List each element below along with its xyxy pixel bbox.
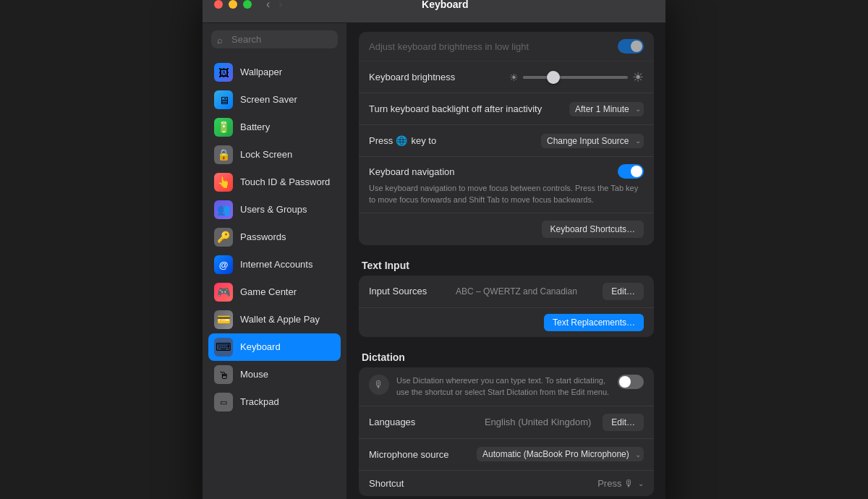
- languages-value: English (United Kingdom): [485, 417, 591, 427]
- battery-icon: 🔋: [214, 118, 233, 137]
- forward-button[interactable]: ›: [276, 0, 285, 12]
- sidebar-item-label: Wallet & Apple Pay: [240, 314, 320, 326]
- shortcuts-row: Keyboard Shortcuts…: [359, 213, 654, 245]
- keyboard-nav-row: Keyboard navigation Use keyboard navigat…: [359, 157, 654, 213]
- search-icon: ⌕: [217, 34, 223, 45]
- sidebar-items-list: 🖼 Wallpaper 🖥 Screen Saver 🔋 Battery 🔒 L…: [203, 56, 346, 419]
- backlight-row: Turn keyboard backlight off after inacti…: [359, 93, 654, 125]
- brightness-low-icon: ☀: [509, 72, 519, 83]
- search-wrapper: ⌕: [211, 30, 338, 48]
- mic-source-select[interactable]: Automatic (MacBook Pro Microphone): [477, 447, 644, 461]
- adjust-brightness-row: Adjust keyboard brightness in low light: [359, 32, 654, 61]
- usersgroups-icon: 👥: [214, 200, 233, 219]
- adjust-brightness-label: Adjust keyboard brightness in low light: [369, 41, 618, 52]
- sidebar-item-lockscreen[interactable]: 🔒 Lock Screen: [208, 141, 341, 169]
- sidebar-item-label: Trackpad: [240, 396, 279, 409]
- mouse-icon: 🖱: [214, 365, 233, 384]
- brightness-slider[interactable]: [523, 76, 628, 79]
- traffic-lights: [214, 0, 252, 9]
- sidebar-item-label: Screen Saver: [240, 94, 297, 106]
- touchid-icon: 👆: [214, 173, 233, 192]
- nav-buttons: ‹ ›: [263, 0, 286, 12]
- keyboard-icon: ⌨: [214, 338, 233, 357]
- brightness-slider-container: ☀ ☀: [509, 69, 644, 85]
- shortcut-value: Press 🎙: [597, 478, 634, 489]
- search-input[interactable]: [211, 30, 338, 48]
- text-replacements-row: Text Replacements…: [359, 308, 654, 337]
- search-container: ⌕: [203, 23, 346, 56]
- sidebar-item-label: Users & Groups: [240, 204, 307, 216]
- sidebar-item-label: Internet Accounts: [240, 259, 312, 271]
- globe-key-select-wrapper: Change Input Source ⌄: [541, 134, 644, 148]
- sidebar-item-gamecenter[interactable]: 🎮 Game Center: [208, 278, 341, 306]
- input-sources-row: Input Sources ABC – QWERTZ and Canadian …: [359, 276, 654, 308]
- edit-input-sources-button[interactable]: Edit…: [603, 283, 644, 300]
- dictation-toggle[interactable]: [618, 375, 644, 389]
- back-button[interactable]: ‹: [263, 0, 273, 12]
- shortcut-label: Shortcut: [369, 478, 597, 489]
- backlight-label: Turn keyboard backlight off after inacti…: [369, 103, 563, 114]
- keyboard-brightness-label: Keyboard brightness: [369, 72, 503, 82]
- dictation-card: 🎙 Use Dictation wherever you can type te…: [359, 367, 654, 496]
- sidebar-item-label: Wallpaper: [240, 67, 282, 79]
- sidebar-item-wallpaper[interactable]: 🖼 Wallpaper: [208, 59, 341, 86]
- settings-section: Adjust keyboard brightness in low light …: [347, 23, 665, 499]
- globe-key-label: Press 🌐 key to: [369, 135, 535, 146]
- sidebar-item-passwords[interactable]: 🔑 Passwords: [208, 223, 341, 251]
- sidebar-item-trackpad[interactable]: ▭ Trackpad: [208, 388, 341, 416]
- input-sources-label: Input Sources: [369, 286, 456, 297]
- sidebar-item-wallet[interactable]: 💳 Wallet & Apple Pay: [208, 306, 341, 333]
- main-settings: Adjust keyboard brightness in low light …: [347, 23, 665, 499]
- sidebar-item-label: Game Center: [240, 286, 297, 299]
- slider-thumb: [547, 71, 560, 84]
- wallpaper-icon: 🖼: [214, 63, 233, 82]
- sidebar-item-battery[interactable]: 🔋 Battery: [208, 114, 341, 141]
- toggle-thumb: [619, 376, 631, 388]
- titlebar: ‹ › Keyboard: [203, 0, 665, 23]
- minimize-button[interactable]: [229, 0, 237, 9]
- languages-label: Languages: [369, 417, 479, 427]
- shortcut-arrow-icon: ⌄: [638, 479, 644, 487]
- dictation-description: Use Dictation wherever you can type text…: [396, 375, 610, 398]
- sidebar-item-keyboard[interactable]: ⌨ Keyboard: [208, 333, 341, 361]
- adjust-brightness-toggle[interactable]: [618, 39, 644, 54]
- shortcut-select-wrapper: ⌄: [638, 479, 644, 487]
- screensaver-icon: 🖥: [214, 90, 233, 109]
- shortcut-row: Shortcut Press 🎙 ⌄: [359, 471, 654, 496]
- edit-languages-button[interactable]: Edit…: [603, 414, 644, 431]
- sidebar-item-touchid[interactable]: 👆 Touch ID & Password: [208, 169, 341, 196]
- sidebar-item-label: Lock Screen: [240, 149, 292, 161]
- globe-key-select[interactable]: Change Input Source: [541, 134, 644, 148]
- keyboard-brightness-row: Keyboard brightness ☀ ☀: [359, 61, 654, 93]
- sidebar-item-label: Mouse: [240, 369, 268, 381]
- sidebar-item-mouse[interactable]: 🖱 Mouse: [208, 361, 341, 388]
- microphone-source-row: Microphone source Automatic (MacBook Pro…: [359, 439, 654, 471]
- dictation-desc-row: 🎙 Use Dictation wherever you can type te…: [359, 367, 654, 406]
- text-replacements-button[interactable]: Text Replacements…: [544, 314, 644, 331]
- sidebar-item-label: Keyboard: [240, 341, 281, 354]
- backlight-select-wrapper: After 1 Minute ⌄: [569, 102, 644, 116]
- fullscreen-button[interactable]: [243, 0, 252, 9]
- mic-source-label: Microphone source: [369, 449, 471, 460]
- keyboard-nav-toggle[interactable]: [618, 164, 644, 179]
- globe-icon: 🌐: [396, 135, 410, 146]
- input-sources-value: ABC – QWERTZ and Canadian: [456, 286, 603, 297]
- lockscreen-icon: 🔒: [214, 145, 233, 164]
- brightness-card: Adjust keyboard brightness in low light …: [359, 32, 654, 245]
- window-title: Keyboard: [294, 0, 596, 10]
- system-preferences-window: ‹ › Keyboard ⌕ 🖼 Wallpaper: [203, 0, 665, 499]
- sidebar-item-label: Touch ID & Password: [240, 176, 330, 189]
- keyboard-shortcuts-button[interactable]: Keyboard Shortcuts…: [542, 221, 644, 238]
- keyboard-nav-desc: Use keyboard navigation to move focus be…: [369, 183, 644, 205]
- text-input-card: Input Sources ABC – QWERTZ and Canadian …: [359, 276, 654, 337]
- content-area: ⌕ 🖼 Wallpaper 🖥 Screen Saver 🔋: [203, 23, 665, 499]
- close-button[interactable]: [214, 0, 223, 9]
- backlight-select[interactable]: After 1 Minute: [569, 102, 644, 116]
- globe-key-row: Press 🌐 key to Change Input Source ⌄: [359, 125, 654, 157]
- sidebar-item-internet[interactable]: @ Internet Accounts: [208, 251, 341, 278]
- sidebar-item-screensaver[interactable]: 🖥 Screen Saver: [208, 86, 341, 114]
- sidebar-item-label: Passwords: [240, 231, 286, 244]
- toggle-thumb: [631, 166, 642, 177]
- sidebar-item-usersgroups[interactable]: 👥 Users & Groups: [208, 196, 341, 223]
- brightness-high-icon: ☀: [632, 69, 644, 85]
